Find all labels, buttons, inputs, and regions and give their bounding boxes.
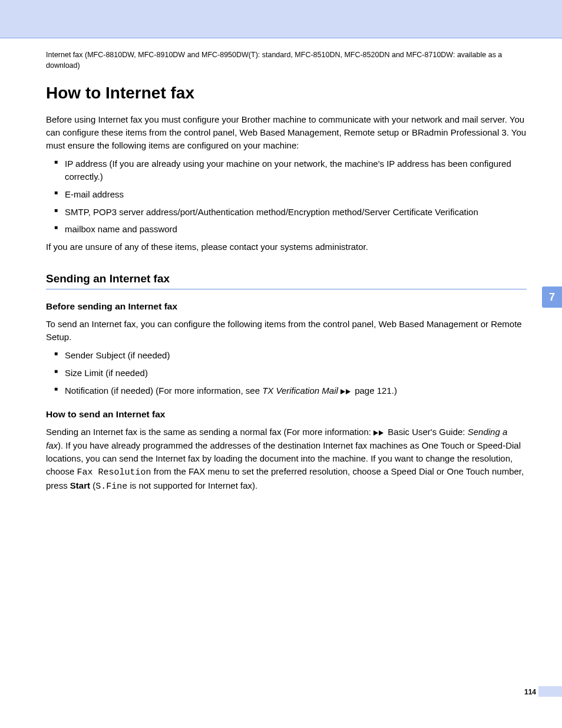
section-heading: Sending an Internet fax — [46, 272, 527, 289]
subsection-heading: Before sending an Internet fax — [46, 301, 527, 312]
list-item: Notification (if needed) (For more infor… — [54, 384, 527, 398]
list-item-text: page 121.) — [352, 386, 397, 396]
page-number-block — [538, 686, 562, 697]
page-title: How to Internet fax — [46, 84, 527, 103]
text: Basic User's Guide: — [385, 427, 468, 437]
ui-label: S.Fine — [95, 482, 127, 492]
ui-label: Fax Resolution — [77, 467, 151, 477]
arrows-icon — [340, 386, 352, 398]
config-list: IP address (If you are already using you… — [46, 157, 527, 236]
chapter-tab: 7 — [542, 286, 562, 308]
arrows-icon — [373, 427, 385, 440]
cross-ref: TX Verification Mail — [262, 386, 338, 396]
header-note: Internet fax (MFC-8810DW, MFC-8910DW and… — [46, 50, 527, 71]
list-item: mailbox name and password — [54, 223, 527, 236]
text: ( — [90, 480, 95, 490]
before-paragraph: To send an Internet fax, you can configu… — [46, 318, 527, 344]
list-item: IP address (If you are already using you… — [54, 157, 527, 183]
list-item-text: Notification (if needed) (For more infor… — [65, 386, 262, 396]
before-list: Sender Subject (if needed) Size Limit (i… — [46, 349, 527, 398]
intro-paragraph: Before using Internet fax you must confi… — [46, 113, 527, 151]
page-content: Internet fax (MFC-8810DW, MFC-8910DW and… — [0, 38, 562, 493]
page-number: 114 — [524, 688, 536, 696]
list-item: SMTP, POP3 server address/port/Authentic… — [54, 206, 527, 219]
header-band — [0, 0, 562, 38]
list-item: E-mail address — [54, 188, 527, 201]
list-item: Sender Subject (if needed) — [54, 349, 527, 362]
text: Sending an Internet fax is the same as s… — [46, 427, 373, 437]
button-label: Start — [70, 480, 90, 490]
unsure-paragraph: If you are unsure of any of these items,… — [46, 241, 527, 253]
text: is not supported for Internet fax). — [127, 480, 257, 490]
list-item: Size Limit (if needed) — [54, 367, 527, 380]
send-paragraph: Sending an Internet fax is the same as s… — [46, 426, 527, 493]
subsection-heading: How to send an Internet fax — [46, 409, 527, 420]
